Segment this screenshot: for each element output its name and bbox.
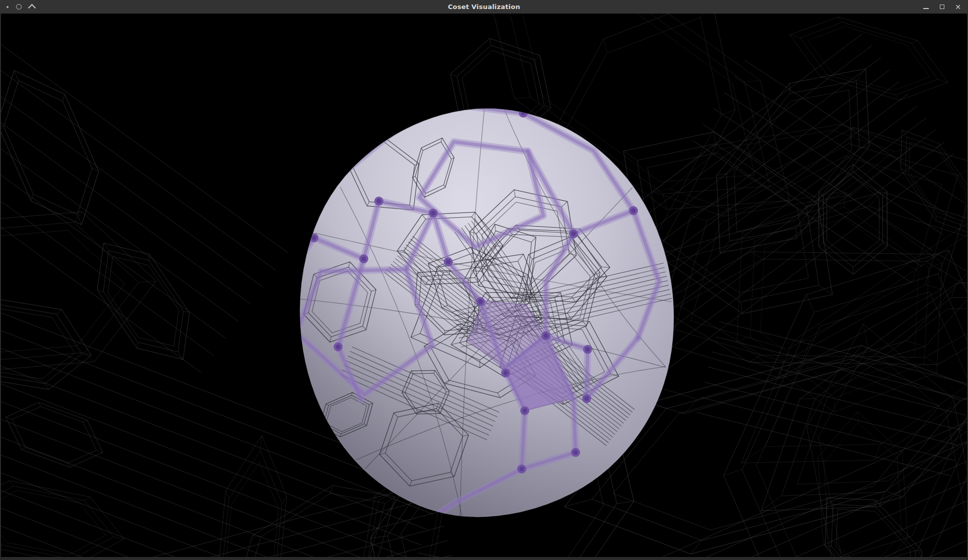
coset-3d-viewport[interactable] — [1, 14, 967, 557]
window-controls: ✕ — [922, 0, 961, 14]
maximize-icon — [940, 5, 944, 9]
maximize-button[interactable] — [938, 3, 945, 12]
window-title: Coset Visualization — [0, 0, 968, 14]
app-window: Coset Visualization ✕ — [0, 0, 968, 560]
close-button[interactable]: ✕ — [954, 3, 961, 12]
titlebar: Coset Visualization ✕ — [0, 0, 968, 14]
minimize-icon — [923, 8, 929, 9]
minimize-button[interactable] — [922, 3, 929, 12]
